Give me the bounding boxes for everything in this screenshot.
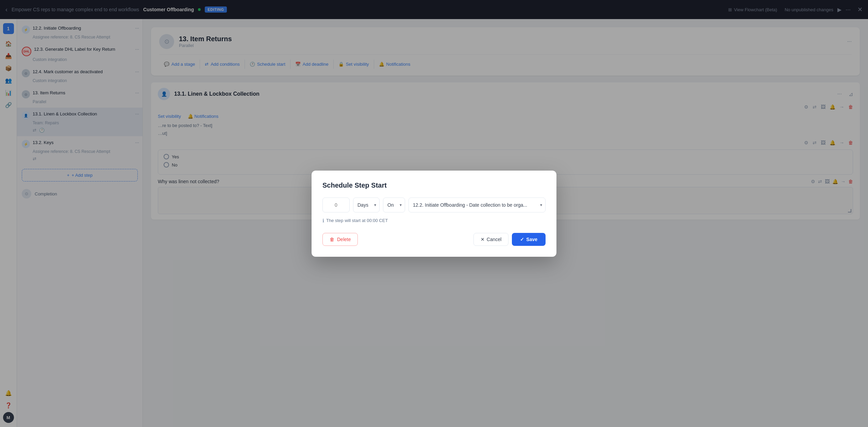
modal-days-select-wrapper: Days ▾ bbox=[353, 197, 380, 212]
modal-delete-button[interactable]: 🗑 Delete bbox=[322, 233, 358, 246]
info-icon: ℹ bbox=[322, 218, 324, 223]
modal-footer-right: ✕ Cancel ✓ Save bbox=[473, 233, 546, 246]
modal-footer: 🗑 Delete ✕ Cancel ✓ Save bbox=[322, 233, 546, 246]
modal-ref-select-wrapper: 12.2. Initiate Offboarding - Date collec… bbox=[408, 197, 546, 212]
modal-controls-row: Days ▾ On ▾ 12.2. Initiate Offboarding -… bbox=[322, 197, 546, 212]
modal-days-input[interactable] bbox=[322, 197, 350, 212]
modal-on-select-wrapper: On ▾ bbox=[383, 197, 405, 212]
cancel-x-icon: ✕ bbox=[481, 237, 485, 242]
modal-cancel-button[interactable]: ✕ Cancel bbox=[473, 233, 509, 246]
save-check-icon: ✓ bbox=[520, 237, 524, 242]
delete-icon: 🗑 bbox=[330, 237, 334, 242]
modal-overlay[interactable]: Schedule Step Start Days ▾ On ▾ bbox=[0, 0, 868, 427]
modal-save-button[interactable]: ✓ Save bbox=[512, 233, 546, 246]
modal-hint: ℹ The step will start at 00:00 CET bbox=[322, 218, 546, 223]
modal-title: Schedule Step Start bbox=[322, 181, 546, 189]
modal-on-select[interactable]: On bbox=[383, 197, 405, 212]
modal-ref-select[interactable]: 12.2. Initiate Offboarding - Date collec… bbox=[408, 197, 546, 212]
modal-schedule-step-start: Schedule Step Start Days ▾ On ▾ bbox=[312, 171, 556, 257]
modal-days-select[interactable]: Days bbox=[353, 197, 380, 212]
